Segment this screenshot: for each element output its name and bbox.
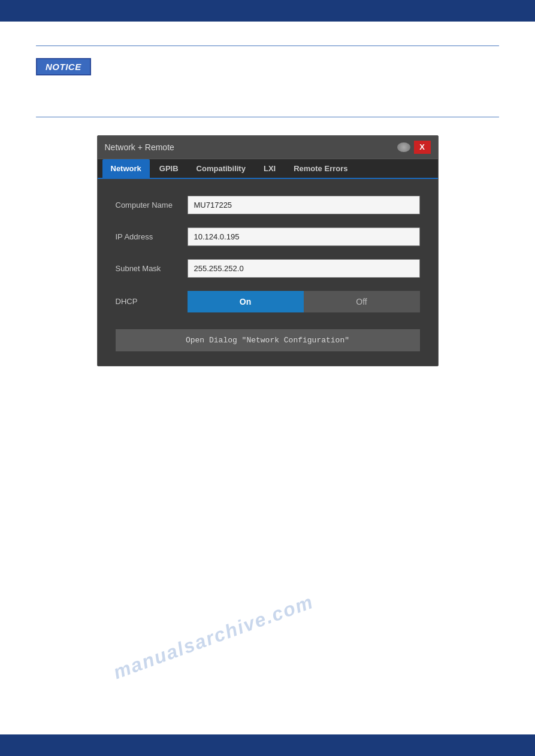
dhcp-off-button[interactable]: Off — [304, 291, 420, 312]
dialog-body: Computer Name IP Address Subnet Mask DHC… — [98, 179, 438, 366]
tab-lxi[interactable]: LXI — [255, 159, 284, 178]
top-divider — [36, 45, 499, 46]
dhcp-toggle: On Off — [188, 291, 420, 312]
computer-name-row: Computer Name — [116, 196, 420, 214]
notice-label: NOTICE — [36, 58, 91, 75]
computer-name-label: Computer Name — [116, 201, 188, 210]
dialog-close-button[interactable]: X — [414, 141, 431, 154]
subnet-mask-label: Subnet Mask — [116, 264, 188, 273]
subnet-mask-input[interactable] — [188, 259, 420, 278]
bottom-banner — [0, 734, 535, 756]
ip-address-label: IP Address — [116, 232, 188, 241]
dialog-titlebar: Network + Remote X — [98, 136, 438, 159]
top-banner — [0, 0, 535, 22]
dhcp-on-button[interactable]: On — [188, 291, 304, 312]
notice-text-area — [36, 86, 499, 99]
tab-compatibility[interactable]: Compatibility — [188, 159, 254, 178]
computer-name-input[interactable] — [188, 196, 420, 214]
tab-remote-errors[interactable]: Remote Errors — [285, 159, 356, 178]
subnet-mask-row: Subnet Mask — [116, 259, 420, 278]
tab-network[interactable]: Network — [102, 159, 150, 178]
open-network-config-button[interactable]: Open Dialog "Network Configuration" — [116, 329, 420, 351]
ip-address-input[interactable] — [188, 227, 420, 246]
ip-address-row: IP Address — [116, 227, 420, 246]
tab-gpib[interactable]: GPIB — [151, 159, 187, 178]
dhcp-label: DHCP — [116, 297, 188, 306]
dialog-title: Network + Remote — [105, 142, 174, 152]
network-remote-dialog: Network + Remote X Network GPIB Compatib… — [97, 135, 439, 366]
dialog-tabs: Network GPIB Compatibility LXI Remote Er… — [98, 159, 438, 179]
main-content: NOTICE Network + Remote X Network GPIB C… — [0, 22, 535, 734]
titlebar-right: X — [397, 141, 431, 154]
bottom-divider — [36, 117, 499, 117]
dhcp-row: DHCP On Off — [116, 291, 420, 312]
dialog-icon — [397, 142, 410, 152]
